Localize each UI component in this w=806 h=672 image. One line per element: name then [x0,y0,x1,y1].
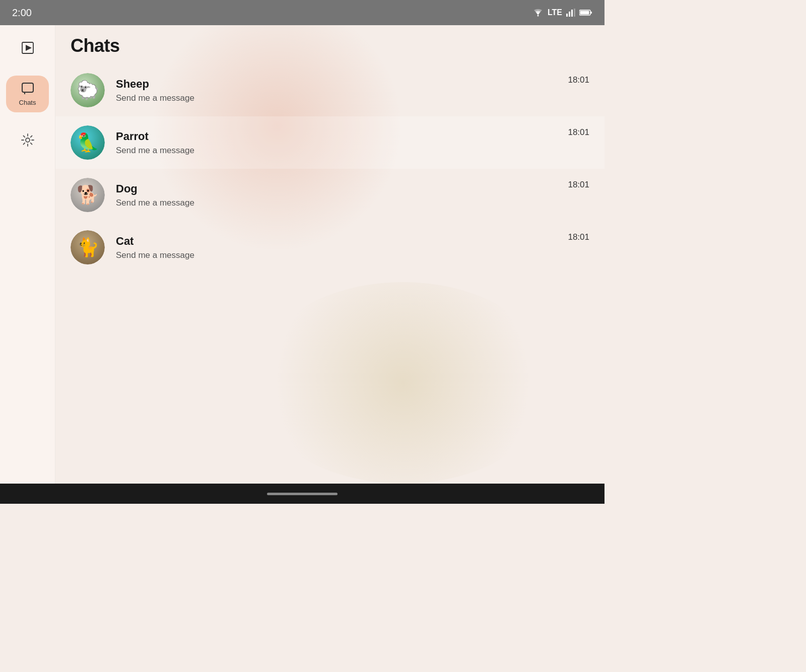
chat-name: Parrot [116,130,568,143]
gear-icon [21,133,35,147]
chat-name: Cat [116,235,568,248]
svg-marker-9 [26,45,32,51]
list-item[interactable]: 🐈 Cat Send me a message 18:01 [55,221,604,274]
chat-time: 18:01 [568,230,589,242]
chat-info: Parrot Send me a message [116,130,568,156]
list-item[interactable]: 🐑 Sheep Send me a message 18:01 [55,64,604,116]
list-item[interactable]: 🦜 Parrot Send me a message 18:01 [55,116,604,169]
signal-icon [566,9,575,17]
chat-name: Sheep [116,78,568,91]
settings-button[interactable] [15,127,40,153]
svg-rect-1 [566,14,568,17]
cat-avatar: 🐈 [71,230,105,264]
chats-label: Chats [19,99,36,106]
storyboard-icon [21,41,35,55]
sheep-avatar: 🐑 [71,73,105,107]
header: Chats [55,25,604,64]
chat-time: 18:01 [568,125,589,138]
sidebar-item-chats[interactable]: Chats [6,76,49,112]
svg-point-0 [537,15,539,17]
svg-rect-2 [569,12,570,17]
svg-point-11 [26,138,30,142]
chat-preview: Send me a message [116,146,568,156]
page-title: Chats [71,35,589,56]
bottom-bar [0,484,604,504]
battery-icon [579,9,592,16]
svg-rect-3 [571,10,573,17]
status-time: 2:00 [12,7,32,19]
chat-time: 18:01 [568,178,589,190]
home-indicator[interactable] [267,493,338,495]
chat-info: Cat Send me a message [116,235,568,260]
svg-rect-6 [580,11,589,15]
chat-preview: Send me a message [116,198,568,208]
avatar: 🦜 [71,125,105,160]
chat-preview: Send me a message [116,250,568,260]
list-item[interactable]: 🐕 Dog Send me a message 18:01 [55,169,604,221]
parrot-avatar: 🦜 [71,125,105,160]
content-area: Chats 🐑 Sheep Send me a message 18:01 🦜 [55,25,604,484]
chat-icon [21,82,35,96]
chat-info: Dog Send me a message [116,182,568,208]
chat-info: Sheep Send me a message [116,78,568,103]
chat-name: Dog [116,182,568,195]
chat-time: 18:01 [568,73,589,85]
status-bar: 2:00 LTE [0,0,604,25]
chat-list: 🐑 Sheep Send me a message 18:01 🦜 Parrot… [55,64,604,484]
avatar: 🐈 [71,230,105,264]
svg-rect-7 [590,12,592,14]
status-icons: LTE [532,8,592,17]
sidebar: Chats [0,25,55,484]
svg-rect-10 [22,83,33,92]
svg-rect-4 [574,9,575,17]
main-layout: Chats Chats 🐑 Sheep Send me a [0,25,604,484]
dog-avatar: 🐕 [71,178,105,212]
avatar: 🐑 [71,73,105,107]
avatar: 🐕 [71,178,105,212]
lte-label: LTE [548,8,562,17]
chat-preview: Send me a message [116,93,568,103]
storyboard-button[interactable] [15,35,40,60]
wifi-icon [532,9,544,17]
